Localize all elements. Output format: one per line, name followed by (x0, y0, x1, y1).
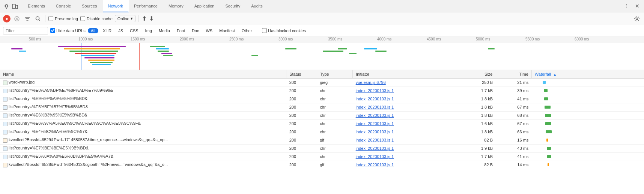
disable-cache-checkbox[interactable]: Disable cache (80, 16, 113, 21)
filter-type-xhr[interactable]: XHR (101, 28, 114, 33)
table-row[interactable]: list?country=%E6%97%A5%E6%9C%AC%E6%9C%AC… (0, 119, 644, 128)
initiator-link[interactable]: index_20200103.js:1 (356, 97, 394, 101)
wf-bar (69, 51, 118, 52)
device-icon[interactable] (11, 3, 19, 10)
initiator-link[interactable]: index_20200103.js:1 (356, 163, 394, 167)
online-dropdown[interactable]: Online ▾ (115, 15, 135, 22)
tab-sources[interactable]: Sources (77, 0, 102, 12)
table-row[interactable]: list?country=%E7%BE%BE%E5%9B%BD&200xhrin… (0, 144, 644, 152)
cell-waterfall (531, 87, 644, 95)
has-blocked-cookies-checkbox[interactable]: Has blocked cookies (262, 28, 306, 33)
tab-performance[interactable]: Performance (129, 0, 163, 12)
search-icon[interactable] (34, 15, 42, 23)
disable-cache-input[interactable] (80, 16, 85, 21)
filter-type-manifest[interactable]: Manifest (217, 28, 237, 33)
network-toolbar: ● Preserve log Disable cache Online ▾ ⬆ … (0, 12, 644, 25)
hide-data-urls-checkbox[interactable]: Hide data URLs (50, 28, 86, 33)
tab-console[interactable]: Console (51, 0, 77, 12)
initiator-link[interactable]: index_20200103.js:1 (356, 121, 394, 126)
wf-bar (156, 48, 169, 49)
cell-initiator[interactable]: index_20200103.js:1 (353, 119, 455, 128)
cell-name: kvcollect?BossId=6528&Pwd=96045012&cgipa… (0, 161, 286, 169)
col-header-time[interactable]: Time (496, 70, 531, 78)
initiator-link[interactable]: index_20200103.js:1 (356, 146, 394, 151)
cell-size: 1.7 kB (455, 152, 496, 161)
initiator-link[interactable]: index_20200103.js:1 (356, 88, 394, 93)
initiator-link[interactable]: index_20200103.js:1 (356, 130, 394, 134)
import-button[interactable]: ⬆ (142, 15, 147, 22)
cell-initiator[interactable]: index_20200103.js:1 (353, 103, 455, 111)
filter-type-js[interactable]: JS (116, 28, 125, 33)
hide-data-urls-input[interactable] (50, 28, 55, 33)
initiator-link[interactable]: index_20200103.js:1 (356, 105, 394, 109)
wf-bar (150, 46, 165, 47)
cell-initiator[interactable]: index_20200103.js:1 (353, 152, 455, 161)
preserve-log-input[interactable] (48, 16, 53, 21)
filter-type-img[interactable]: Img (143, 28, 154, 33)
file-type-icon (3, 138, 8, 143)
cell-name: list?country=%E4%BC%8A%E6%9C%97& (0, 128, 286, 136)
cell-initiator[interactable]: index_20200103.js:1 (353, 161, 455, 169)
filter-type-font[interactable]: Font (175, 28, 187, 33)
cell-type: xhr (317, 103, 352, 111)
filter-type-css[interactable]: CSS (128, 28, 141, 33)
cell-initiator[interactable]: index_20200103.js:1 (353, 95, 455, 103)
filter-type-doc[interactable]: Doc (190, 28, 202, 33)
table-row[interactable]: kvcollect?BossId=6528&Pwd=96045012&cgipa… (0, 161, 644, 169)
col-header-name[interactable]: Name (0, 70, 286, 78)
more-icon[interactable]: ⋮ (623, 2, 630, 10)
tick-6000ms: 6000 ms (575, 36, 589, 41)
col-header-status[interactable]: Status (286, 70, 317, 78)
filter-input[interactable] (3, 27, 48, 34)
tab-security[interactable]: Security (220, 0, 246, 12)
preserve-log-checkbox[interactable]: Preserve log (48, 16, 78, 21)
tick-4500ms: 4500 ms (427, 36, 441, 41)
col-header-size[interactable]: Size (455, 70, 496, 78)
initiator-link[interactable]: index_20200103.js:1 (356, 113, 394, 118)
has-blocked-cookies-input[interactable] (262, 28, 267, 33)
initiator-link[interactable]: vue.esm.js:6796 (356, 80, 386, 85)
record-button[interactable]: ● (3, 15, 11, 22)
close-devtools-icon[interactable]: ✕ (633, 2, 641, 10)
cell-initiator[interactable]: index_20200103.js:1 (353, 128, 455, 136)
table-row[interactable]: list?country=%E9%9F%A9%E5%9B%BD&200xhrin… (0, 95, 644, 103)
tab-elements[interactable]: Elements (23, 0, 51, 12)
table-row[interactable]: word-warp.jpg200jpegvue.esm.js:6796250 B… (0, 78, 644, 87)
tab-memory[interactable]: Memory (163, 0, 189, 12)
filter-type-media[interactable]: Media (156, 28, 172, 33)
cell-initiator[interactable]: index_20200103.js:1 (353, 144, 455, 152)
initiator-link[interactable]: index_20200103.js:1 (356, 154, 394, 159)
table-row[interactable]: list?country=%E5%8A%A0%E6%8B%BF%E5%A4%A7… (0, 152, 644, 161)
tick-5500ms: 5500 ms (525, 36, 540, 41)
initiator-link[interactable]: index_20200103.js:1 (356, 138, 394, 142)
col-header-initiator[interactable]: Initiator (353, 70, 455, 78)
filter-type-all[interactable]: All (88, 28, 98, 33)
cell-initiator[interactable]: index_20200103.js:1 (353, 87, 455, 95)
settings-icon[interactable] (633, 15, 641, 23)
tab-application[interactable]: Application (189, 0, 220, 12)
inspect-icon[interactable] (3, 3, 11, 10)
clear-button[interactable] (13, 15, 21, 23)
col-header-type[interactable]: Type (317, 70, 352, 78)
cell-initiator[interactable]: index_20200103.js:1 (353, 136, 455, 144)
cell-size: 82 B (455, 161, 496, 169)
wf-bar (161, 53, 172, 54)
filter-type-ws[interactable]: WS (203, 28, 215, 33)
file-type-icon (3, 105, 8, 110)
export-button[interactable]: ⬇ (149, 15, 154, 22)
cell-time: 66 ms (496, 128, 531, 136)
cell-type: xhr (317, 128, 352, 136)
table-row[interactable]: list?country=%E5%BE%B7%E5%9B%BD&200xhrin… (0, 103, 644, 111)
table-row[interactable]: list?country=%E6%B3%95%E5%9B%BD&200xhrin… (0, 111, 644, 119)
filter-type-other[interactable]: Other (239, 28, 254, 33)
col-header-waterfall[interactable]: Waterfall ▲ (531, 70, 644, 78)
cell-status: 200 (286, 128, 317, 136)
table-row[interactable]: list?country=%E4%BC%8A%E6%9C%97&200xhrin… (0, 128, 644, 136)
tab-network[interactable]: Network (103, 0, 129, 12)
table-row[interactable]: kvcollect?BossId=6529&Pwd=1714580587&tim… (0, 136, 644, 144)
tab-audits[interactable]: Audits (246, 0, 268, 12)
cell-initiator[interactable]: vue.esm.js:6796 (353, 78, 455, 87)
cell-initiator[interactable]: index_20200103.js:1 (353, 111, 455, 119)
filter-icon[interactable] (23, 15, 32, 23)
table-row[interactable]: list?country=%E8%A5%BF%E7%8F%AD%E7%89%99… (0, 87, 644, 95)
